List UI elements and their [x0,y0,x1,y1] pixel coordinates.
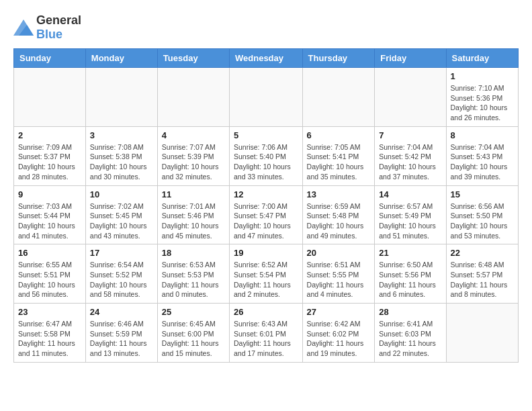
calendar-header: SundayMondayTuesdayWednesdayThursdayFrid… [14,49,519,68]
calendar: SundayMondayTuesdayWednesdayThursdayFrid… [13,48,519,363]
day-header-wednesday: Wednesday [230,49,303,68]
calendar-cell: 28Sunrise: 6:41 AM Sunset: 6:03 PM Dayli… [375,304,446,363]
calendar-cell: 22Sunrise: 6:48 AM Sunset: 5:57 PM Dayli… [446,244,518,304]
calendar-cell: 10Sunrise: 7:02 AM Sunset: 5:45 PM Dayli… [85,185,157,244]
day-number: 12 [234,189,298,199]
day-info: Sunrise: 6:43 AM Sunset: 6:01 PM Dayligh… [234,319,298,359]
day-number: 7 [379,130,441,140]
calendar-cell: 13Sunrise: 6:59 AM Sunset: 5:48 PM Dayli… [302,185,375,244]
calendar-cell: 21Sunrise: 6:50 AM Sunset: 5:56 PM Dayli… [375,244,446,304]
day-info: Sunrise: 7:02 AM Sunset: 5:45 PM Dayligh… [90,201,153,241]
calendar-cell: 2Sunrise: 7:09 AM Sunset: 5:37 PM Daylig… [14,126,86,185]
day-info: Sunrise: 7:09 AM Sunset: 5:37 PM Dayligh… [18,142,81,182]
week-row: 2Sunrise: 7:09 AM Sunset: 5:37 PM Daylig… [14,126,519,185]
calendar-cell: 3Sunrise: 7:08 AM Sunset: 5:38 PM Daylig… [85,126,157,185]
week-row: 23Sunrise: 6:47 AM Sunset: 5:58 PM Dayli… [14,304,519,363]
day-header-friday: Friday [375,49,446,68]
day-info: Sunrise: 6:57 AM Sunset: 5:49 PM Dayligh… [379,201,441,241]
day-info: Sunrise: 6:54 AM Sunset: 5:52 PM Dayligh… [90,260,153,300]
calendar-cell: 17Sunrise: 6:54 AM Sunset: 5:52 PM Dayli… [85,244,157,304]
calendar-cell: 15Sunrise: 6:56 AM Sunset: 5:50 PM Dayli… [446,185,518,244]
calendar-cell: 25Sunrise: 6:45 AM Sunset: 6:00 PM Dayli… [157,304,229,363]
day-number: 14 [379,189,441,199]
day-info: Sunrise: 6:45 AM Sunset: 6:00 PM Dayligh… [162,319,225,359]
day-header-thursday: Thursday [302,49,375,68]
day-info: Sunrise: 7:10 AM Sunset: 5:36 PM Dayligh… [451,83,514,123]
day-number: 9 [18,189,81,199]
calendar-cell: 1Sunrise: 7:10 AM Sunset: 5:36 PM Daylig… [446,68,518,127]
calendar-cell [302,68,375,127]
day-info: Sunrise: 7:03 AM Sunset: 5:44 PM Dayligh… [18,201,81,241]
day-info: Sunrise: 6:42 AM Sunset: 6:02 PM Dayligh… [307,319,371,359]
day-info: Sunrise: 6:50 AM Sunset: 5:56 PM Dayligh… [379,260,441,300]
calendar-cell: 20Sunrise: 6:51 AM Sunset: 5:55 PM Dayli… [302,244,375,304]
day-number: 25 [162,307,225,317]
calendar-cell: 14Sunrise: 6:57 AM Sunset: 5:49 PM Dayli… [375,185,446,244]
day-header-saturday: Saturday [446,49,518,68]
day-number: 26 [234,307,298,317]
calendar-cell [446,304,518,363]
day-info: Sunrise: 6:41 AM Sunset: 6:03 PM Dayligh… [379,319,441,359]
day-number: 6 [307,130,371,140]
day-number: 24 [90,307,153,317]
day-number: 22 [451,248,514,258]
calendar-cell [375,68,446,127]
week-row: 16Sunrise: 6:55 AM Sunset: 5:51 PM Dayli… [14,244,519,304]
logo-general: General [36,13,81,27]
day-header-monday: Monday [85,49,157,68]
calendar-cell: 11Sunrise: 7:01 AM Sunset: 5:46 PM Dayli… [157,185,229,244]
day-info: Sunrise: 7:05 AM Sunset: 5:41 PM Dayligh… [307,142,371,182]
calendar-cell: 23Sunrise: 6:47 AM Sunset: 5:58 PM Dayli… [14,304,86,363]
day-number: 21 [379,248,441,258]
day-number: 8 [451,130,514,140]
logo: General Blue [13,13,81,42]
calendar-cell [85,68,157,127]
day-number: 11 [162,189,225,199]
calendar-cell: 18Sunrise: 6:53 AM Sunset: 5:53 PM Dayli… [157,244,229,304]
calendar-cell: 7Sunrise: 7:04 AM Sunset: 5:42 PM Daylig… [375,126,446,185]
calendar-cell: 12Sunrise: 7:00 AM Sunset: 5:47 PM Dayli… [230,185,303,244]
calendar-cell [230,68,303,127]
day-info: Sunrise: 6:55 AM Sunset: 5:51 PM Dayligh… [18,260,81,300]
day-info: Sunrise: 7:00 AM Sunset: 5:47 PM Dayligh… [234,201,298,241]
day-info: Sunrise: 6:51 AM Sunset: 5:55 PM Dayligh… [307,260,371,300]
day-number: 23 [18,307,81,317]
calendar-cell: 9Sunrise: 7:03 AM Sunset: 5:44 PM Daylig… [14,185,86,244]
day-header-tuesday: Tuesday [157,49,229,68]
day-info: Sunrise: 7:07 AM Sunset: 5:39 PM Dayligh… [162,142,225,182]
day-number: 27 [307,307,371,317]
calendar-cell: 6Sunrise: 7:05 AM Sunset: 5:41 PM Daylig… [302,126,375,185]
calendar-cell [157,68,229,127]
day-number: 2 [18,130,81,140]
day-info: Sunrise: 7:01 AM Sunset: 5:46 PM Dayligh… [162,201,225,241]
day-info: Sunrise: 6:56 AM Sunset: 5:50 PM Dayligh… [451,201,514,241]
week-row: 1Sunrise: 7:10 AM Sunset: 5:36 PM Daylig… [14,68,519,127]
day-info: Sunrise: 6:48 AM Sunset: 5:57 PM Dayligh… [451,260,514,300]
day-info: Sunrise: 6:47 AM Sunset: 5:58 PM Dayligh… [18,319,81,359]
day-info: Sunrise: 7:06 AM Sunset: 5:40 PM Dayligh… [234,142,298,182]
day-number: 4 [162,130,225,140]
calendar-cell: 24Sunrise: 6:46 AM Sunset: 5:59 PM Dayli… [85,304,157,363]
day-number: 15 [451,189,514,199]
day-number: 19 [234,248,298,258]
calendar-cell: 16Sunrise: 6:55 AM Sunset: 5:51 PM Dayli… [14,244,86,304]
day-number: 20 [307,248,371,258]
calendar-cell: 4Sunrise: 7:07 AM Sunset: 5:39 PM Daylig… [157,126,229,185]
day-info: Sunrise: 7:08 AM Sunset: 5:38 PM Dayligh… [90,142,153,182]
day-number: 18 [162,248,225,258]
day-number: 17 [90,248,153,258]
day-number: 10 [90,189,153,199]
day-info: Sunrise: 6:53 AM Sunset: 5:53 PM Dayligh… [162,260,225,300]
day-info: Sunrise: 6:59 AM Sunset: 5:48 PM Dayligh… [307,201,371,241]
calendar-cell: 8Sunrise: 7:04 AM Sunset: 5:43 PM Daylig… [446,126,518,185]
day-header-sunday: Sunday [14,49,86,68]
day-number: 28 [379,307,441,317]
day-number: 1 [451,71,514,81]
day-number: 16 [18,248,81,258]
calendar-cell [14,68,86,127]
day-number: 13 [307,189,371,199]
day-number: 3 [90,130,153,140]
logo-blue: Blue [36,28,62,41]
day-info: Sunrise: 6:46 AM Sunset: 5:59 PM Dayligh… [90,319,153,359]
calendar-cell: 19Sunrise: 6:52 AM Sunset: 5:54 PM Dayli… [230,244,303,304]
